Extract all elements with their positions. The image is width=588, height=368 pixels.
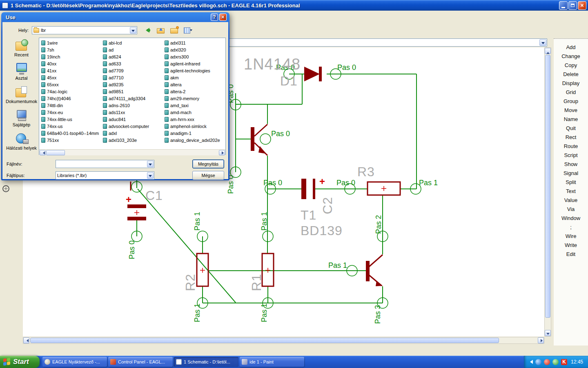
file-item[interactable]: ad7709 [102,67,164,74]
file-item[interactable]: 74ttl-din [40,102,102,109]
command-menu-item[interactable]: Text [554,187,588,196]
location-combobox[interactable]: lbr [32,26,137,34]
file-item[interactable]: agilent-infrared [164,60,225,67]
taskbar-task-button[interactable]: ide 1 - Paint [240,357,304,367]
command-menu-item[interactable]: Script [554,151,588,160]
new-folder-icon[interactable] [170,26,179,34]
minimize-button[interactable] [559,1,568,10]
command-menu-item[interactable]: Change [554,52,588,61]
file-list-scroll-thumb[interactable] [46,150,65,155]
file-item[interactable]: 45xx [40,74,102,81]
file-item[interactable]: amphenol-simlock [164,123,225,130]
command-menu-item[interactable]: Window [554,214,588,223]
command-menu-item[interactable]: Copy [554,61,588,70]
vertical-scrollbar[interactable] [544,47,551,337]
taskbar-task-button[interactable]: 1 Schematic - D:\letöl... [174,357,238,367]
help-button[interactable]: ? [211,13,218,21]
scroll-up-icon[interactable] [545,48,551,54]
up-folder-icon[interactable] [156,26,165,34]
chevron-down-icon[interactable] [147,161,154,167]
file-item[interactable]: 1wire [40,39,102,46]
zoom-tool-icon[interactable] [2,185,9,192]
scroll-left-icon[interactable] [23,337,29,343]
command-menu-item[interactable]: Quit [554,124,588,133]
restore-button[interactable] [568,1,577,10]
tray-icon-k[interactable] [561,359,567,365]
view-menu-icon[interactable] [183,26,192,34]
file-item[interactable]: 65xxx [40,81,102,88]
file-item[interactable]: adxl103_203e [102,137,164,144]
file-item[interactable]: 751xx [40,137,102,144]
tray-icon-blue[interactable] [535,359,541,365]
command-menu-item[interactable]: Route [554,142,588,151]
tray-icon-green[interactable] [552,359,559,365]
taskbar-task-button[interactable]: Control Panel - EAGL... [108,357,173,367]
command-menu-item[interactable]: Via [554,205,588,214]
file-item[interactable]: 74xx-eu [40,109,102,116]
vertical-scroll-thumb[interactable] [545,55,550,318]
file-item[interactable]: 74xx-little-us [40,116,102,123]
file-item[interactable]: 648a40-01-tsop40--14mm [40,130,102,137]
command-menu-item[interactable]: Edit [554,250,588,259]
chevron-down-icon[interactable] [539,39,546,46]
start-button[interactable]: Start [0,356,40,368]
file-item[interactable]: amd-mach [164,109,225,116]
close-button[interactable]: × [578,1,586,10]
tray-collapse-icon[interactable] [528,360,533,364]
file-item[interactable]: anadigm-1 [164,130,225,137]
back-icon[interactable] [143,26,152,34]
file-item[interactable]: 74xx-us [40,123,102,130]
file-item[interactable]: adxl320 [164,46,225,53]
file-item[interactable]: adxl [102,130,164,137]
command-menu-item[interactable]: Split [554,178,588,187]
file-item[interactable]: adxrs300 [164,53,225,60]
open-button[interactable]: Megnyitás [192,159,224,168]
chevron-down-icon[interactable] [130,27,136,34]
scroll-left-icon[interactable] [40,150,46,155]
place-item[interactable]: Asztal [5,63,38,81]
cancel-button[interactable]: Mégse [192,171,224,180]
filename-input[interactable] [56,160,154,168]
scroll-down-icon[interactable] [545,330,551,336]
command-menu-item[interactable]: Add [554,43,588,52]
command-menu-item[interactable]: Show [554,160,588,169]
file-item[interactable]: 74ac-logic [40,88,102,95]
file-item[interactable]: 74hc(t)4046 [40,95,102,102]
horizontal-scrollbar[interactable] [23,337,544,344]
command-menu-item[interactable]: Rect [554,133,588,142]
file-item[interactable]: 40xx [40,60,102,67]
file-item[interactable]: ad624 [102,53,164,60]
place-item[interactable]: Recent [5,39,38,57]
window-titlebar[interactable]: 1 Schematic - D:\letöltések\Programok\ny… [0,0,588,11]
file-item[interactable]: aduc841 [102,116,164,123]
file-item[interactable]: ad [102,46,164,53]
file-item[interactable]: am-hrrn-xxx [164,116,225,123]
command-menu-item[interactable]: Value [554,196,588,205]
file-item[interactable]: akm [164,74,225,81]
file-item[interactable]: 41xx [40,67,102,74]
command-menu-item[interactable]: Group [554,97,588,106]
file-item[interactable]: altera-2 [164,88,225,95]
command-menu-item[interactable]: Delete [554,70,588,79]
file-item[interactable]: amd_taxi [164,102,225,109]
chevron-down-icon[interactable] [147,172,154,179]
place-item[interactable]: Hálózati helyek [5,132,38,150]
file-item[interactable]: ads11xx [102,109,164,116]
file-item[interactable]: altera [164,81,225,88]
tray-icon-red[interactable] [544,359,550,365]
file-list-scrollbar[interactable] [39,149,225,155]
file-item[interactable]: ad7710 [102,74,164,81]
place-item[interactable]: Dokumentumok [5,86,38,104]
command-menu-item[interactable]: Display [554,79,588,88]
file-item[interactable]: adns-2610 [102,102,164,109]
file-item[interactable]: ad9235 [102,81,164,88]
file-item[interactable]: ad633 [102,60,164,67]
command-menu-item[interactable]: Signal [554,169,588,178]
file-item[interactable]: advsocket-computer [102,123,164,130]
command-menu-item[interactable]: Move [554,106,588,115]
file-item[interactable]: am29-memory [164,95,225,102]
dialog-close-button[interactable]: × [219,13,227,21]
command-menu-item[interactable]: Grid [554,88,588,97]
place-item[interactable]: Sajátgép [5,109,38,127]
scroll-right-icon[interactable] [538,337,544,343]
